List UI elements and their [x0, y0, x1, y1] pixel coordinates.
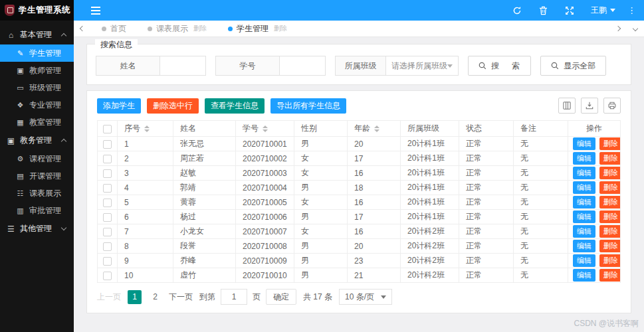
sidebar-group-academic[interactable]: ▣ 教务管理	[0, 131, 74, 150]
delete-button[interactable]: 删除	[599, 167, 621, 179]
fullscreen-icon[interactable]	[556, 0, 583, 21]
view-student-button[interactable]: 查看学生信息	[205, 98, 265, 114]
delete-selected-button[interactable]: 删除选中行	[147, 98, 199, 114]
user-menu[interactable]: 王鹏	[583, 5, 623, 16]
cell-remark: 无	[514, 210, 568, 224]
edit-button[interactable]: 编辑	[573, 240, 595, 252]
class-field-group: 所属班级 请选择所属班级	[335, 56, 459, 76]
goto-page-input[interactable]	[221, 289, 247, 305]
delete-button[interactable]: 删除	[599, 137, 621, 150]
edit-button[interactable]: 编辑	[573, 137, 595, 150]
cell-gender: 男	[294, 137, 348, 151]
row-checkbox[interactable]	[103, 169, 112, 178]
sidebar-item-classroom-mgmt[interactable]: ▦ 教室管理	[0, 114, 74, 131]
delete-button[interactable]: 删除	[599, 196, 621, 208]
row-checkbox[interactable]	[103, 184, 112, 193]
tab-timetable[interactable]: 课表展示 删除	[137, 21, 217, 37]
tabs-scroll-left-icon[interactable]	[74, 21, 91, 37]
student-id-input[interactable]	[280, 56, 325, 75]
sort-icon[interactable]	[144, 125, 150, 132]
export-icon[interactable]	[581, 98, 598, 114]
cell-status: 正常	[459, 254, 514, 268]
select-all-checkbox[interactable]	[103, 125, 112, 133]
sidebar-item-label: 开课管理	[29, 171, 61, 182]
add-student-button[interactable]: 添加学生	[97, 98, 141, 114]
column-header-sid[interactable]: 学号	[236, 121, 294, 137]
cell-status: 正常	[459, 166, 514, 181]
tabs-scroll-right-icon[interactable]	[609, 21, 627, 37]
delete-button[interactable]: 删除	[599, 210, 621, 223]
delete-button[interactable]: 删除	[599, 181, 621, 194]
delete-button[interactable]: 删除	[599, 225, 621, 238]
print-icon[interactable]	[603, 98, 621, 114]
username: 王鹏	[591, 5, 607, 16]
sidebar-item-course-offering[interactable]: ▤ 开课管理	[0, 167, 74, 185]
delete-button[interactable]: 删除	[599, 269, 621, 282]
column-header-no[interactable]: 序号	[118, 121, 173, 137]
page-1-button[interactable]: 1	[128, 290, 142, 304]
row-checkbox[interactable]	[103, 257, 112, 266]
row-checkbox[interactable]	[103, 242, 112, 251]
tabs-menu-icon[interactable]	[627, 21, 644, 37]
row-checkbox[interactable]	[103, 213, 112, 222]
name-input[interactable]	[160, 56, 205, 75]
sidebar-item-approval-mgmt[interactable]: ▥ 审批管理	[0, 202, 74, 219]
search-button[interactable]: 搜 索	[468, 56, 531, 76]
delete-button[interactable]: 删除	[599, 254, 621, 267]
tab-close-button[interactable]: 删除	[274, 24, 287, 33]
row-checkbox[interactable]	[103, 199, 112, 207]
sidebar-item-course-mgmt[interactable]: ⚙ 课程管理	[0, 150, 74, 167]
page-2-button[interactable]: 2	[148, 290, 162, 304]
sidebar-group-label: 基本管理	[20, 29, 52, 41]
cell-no: 2	[118, 151, 173, 166]
name-field-group: 姓名	[96, 56, 206, 76]
more-options-icon[interactable]: ⋮	[623, 5, 644, 15]
edit-button[interactable]: 编辑	[573, 269, 595, 282]
tab-bar-controls	[609, 21, 644, 37]
sidebar-item-major-mgmt[interactable]: ❖ 专业管理	[0, 96, 74, 114]
edit-button[interactable]: 编辑	[573, 152, 595, 165]
filter-columns-icon[interactable]	[558, 98, 576, 114]
edit-button[interactable]: 编辑	[573, 254, 595, 267]
trash-icon[interactable]	[530, 0, 556, 21]
page-size-select[interactable]: 10 条/页	[339, 289, 392, 305]
sidebar-group-other[interactable]: ☰ 其他管理	[0, 219, 74, 238]
cell-name: 杨过	[173, 210, 236, 224]
sidebar-menu: ⌂ 基本管理 ✎ 学生管理 ▣ 教师管理 ▭ 班级管理 ❖ 专业管理 ▦	[0, 21, 74, 238]
delete-button[interactable]: 删除	[599, 152, 621, 165]
edit-button[interactable]: 编辑	[573, 225, 595, 238]
sidebar-item-class-mgmt[interactable]: ▭ 班级管理	[0, 79, 74, 96]
table-row: 6杨过2020710006男1720计科1班正常无编辑删除	[98, 210, 621, 224]
sidebar-item-student-mgmt[interactable]: ✎ 学生管理	[0, 44, 74, 62]
sidebar-item-teacher-mgmt[interactable]: ▣ 教师管理	[0, 62, 74, 79]
tab-home[interactable]: 首页	[91, 21, 137, 37]
next-page-button[interactable]: 下一页	[169, 291, 193, 303]
row-checkbox[interactable]	[103, 140, 112, 149]
show-all-button[interactable]: 显示全部	[540, 56, 606, 76]
cell-ops: 编辑删除	[568, 137, 621, 151]
delete-button[interactable]: 删除	[599, 240, 621, 252]
row-checkbox[interactable]	[103, 228, 112, 236]
export-students-button[interactable]: 导出所有学生信息	[270, 98, 346, 114]
cell-ops: 编辑删除	[568, 268, 621, 283]
edit-button[interactable]: 编辑	[573, 210, 595, 223]
tab-close-button[interactable]: 删除	[193, 24, 207, 33]
sidebar-group-basic[interactable]: ⌂ 基本管理	[0, 25, 74, 44]
sort-icon[interactable]	[374, 125, 379, 132]
search-panel: 搜索信息 姓名 学号 所属班级 请选择所属班级	[86, 44, 631, 85]
tab-student-mgmt[interactable]: 学生管理 删除	[217, 21, 298, 37]
edit-button[interactable]: 编辑	[573, 181, 595, 194]
column-header-name: 姓名	[173, 121, 236, 137]
collapse-menu-icon[interactable]	[91, 7, 100, 15]
column-header-age[interactable]: 年龄	[348, 121, 401, 137]
row-checkbox[interactable]	[103, 272, 112, 280]
refresh-icon[interactable]	[504, 0, 530, 21]
edit-button[interactable]: 编辑	[573, 196, 595, 208]
sidebar-item-timetable[interactable]: ☷ 课表展示	[0, 185, 74, 202]
class-select[interactable]: 请选择所属班级	[386, 56, 458, 75]
cell-remark: 无	[514, 166, 568, 181]
row-checkbox[interactable]	[103, 155, 112, 163]
goto-confirm-button[interactable]: 确定	[266, 289, 296, 305]
edit-button[interactable]: 编辑	[573, 167, 595, 179]
sort-icon[interactable]	[263, 125, 268, 132]
